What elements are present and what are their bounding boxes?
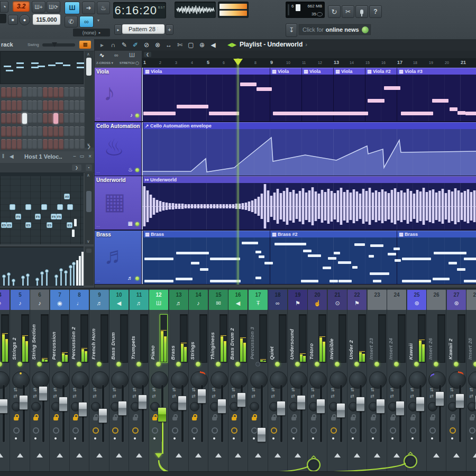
scroll-up-icon[interactable]: ∧	[87, 52, 90, 57]
chevron-down-icon[interactable]: ▾	[97, 18, 99, 23]
strip-header[interactable]: 25⊛	[407, 290, 426, 310]
plugin-lock-icon[interactable]	[252, 417, 257, 420]
pr-dot-button[interactable]: ▪	[86, 164, 92, 171]
route-to-master-icon[interactable]	[274, 453, 281, 457]
step-grid-toggle-button[interactable]: Ш	[65, 2, 80, 14]
step-cell[interactable]	[80, 126, 85, 137]
strip-enable-led[interactable]	[97, 362, 102, 367]
fader-handle[interactable]	[396, 401, 405, 416]
slip-icon[interactable]: ↔	[164, 40, 173, 50]
plugin-lock-icon[interactable]	[311, 417, 316, 420]
strip-header[interactable]: 24	[387, 290, 406, 310]
mixer-strip-8[interactable]: 8♩Percussion 2⇅⇄	[70, 289, 89, 476]
pan-knob[interactable]	[12, 371, 30, 389]
step-cell[interactable]	[1, 139, 6, 150]
playlist-title-group[interactable]: ◀▶ Playlist - Underworld ›	[227, 41, 307, 48]
fader-handle[interactable]	[376, 399, 385, 414]
pan-knob[interactable]	[171, 371, 188, 389]
step-cell[interactable]	[75, 126, 79, 137]
mixer-strip-11[interactable]: 11♬Trumpets⇅⇄	[130, 289, 149, 476]
step-cell[interactable]	[32, 139, 37, 150]
pan-knob[interactable]	[71, 371, 89, 389]
mixer-strip-20[interactable]: 20☝Totoro⇅⇄	[308, 289, 327, 476]
fader-handle[interactable]	[98, 408, 107, 423]
step-cell[interactable]	[6, 100, 11, 111]
stereo-sep-icon[interactable]: ⇅	[388, 387, 396, 392]
step-cell[interactable]	[43, 126, 48, 137]
fader-track[interactable]	[360, 385, 362, 442]
step-cell[interactable]	[17, 113, 22, 124]
pan-lr-icon[interactable]: ⇄	[209, 393, 218, 399]
mixer-strip-5[interactable]: 5♪Strings 2⇅⇄	[11, 289, 30, 476]
strip-header[interactable]: 4♪	[0, 290, 10, 310]
step-cell[interactable]	[1, 126, 6, 137]
step-cell[interactable]	[38, 126, 42, 137]
record-ring-icon[interactable]	[152, 427, 158, 434]
plugin-lock-icon[interactable]	[331, 417, 336, 420]
pr-note[interactable]	[67, 204, 73, 210]
pan-lr-icon[interactable]: ⇄	[408, 393, 416, 399]
step-cell[interactable]	[22, 139, 27, 150]
cpu-meter-panel[interactable]	[218, 2, 249, 18]
vel-dot-button[interactable]	[86, 249, 91, 253]
record-ring-icon[interactable]	[33, 427, 39, 434]
slice-icon[interactable]: ✄	[175, 40, 185, 50]
pan-lr-icon[interactable]: ⇄	[170, 393, 178, 399]
step-cell[interactable]	[38, 100, 42, 111]
stereo-sep-icon[interactable]: ⇅	[308, 387, 317, 392]
plugin-lock-icon[interactable]	[53, 417, 58, 420]
pan-lr-icon[interactable]: ⇄	[130, 393, 139, 399]
strip-header[interactable]: 22⚑	[347, 290, 367, 310]
plugin-lock-icon[interactable]	[232, 417, 236, 420]
select-icon[interactable]: ▢	[186, 40, 196, 50]
mixer-strip-10[interactable]: 10◀Bass Drum⇅⇄	[109, 289, 129, 476]
pr-note-highlight[interactable]	[72, 230, 75, 237]
fader-track[interactable]	[419, 385, 422, 442]
velocity-lollipop[interactable]	[7, 272, 11, 276]
step-cell[interactable]	[22, 87, 27, 98]
fader-handle[interactable]	[138, 395, 147, 409]
step-cell[interactable]	[48, 139, 53, 150]
stereo-sep-icon[interactable]: ⇅	[368, 387, 377, 392]
channel-rack-titlebar[interactable]: rack Swing ▥	[0, 39, 94, 51]
velocity-lollipop[interactable]	[40, 271, 44, 275]
track-clip-area[interactable]: ↦ Underworld	[142, 176, 476, 230]
fader-track[interactable]	[320, 385, 322, 442]
step-cell[interactable]	[59, 126, 63, 137]
zcross-label[interactable]: Z-CROSS ▾	[96, 61, 113, 65]
step-cell[interactable]	[22, 126, 27, 137]
fader-handle[interactable]	[435, 391, 444, 406]
next-arrow-button[interactable]: ➜	[82, 2, 95, 14]
record-ring-icon[interactable]	[132, 427, 139, 434]
rack-mode-button[interactable]: ▥	[79, 41, 91, 49]
fader-handle[interactable]	[257, 427, 266, 442]
step-cell[interactable]	[6, 87, 11, 98]
pan-knob[interactable]	[151, 371, 168, 389]
strip-header[interactable]: 20☝	[308, 290, 327, 310]
strip-header[interactable]: 12Ш	[149, 290, 168, 310]
pan-lr-icon[interactable]: ⇄	[90, 393, 99, 399]
record-ring-icon[interactable]	[112, 427, 118, 434]
plugin-lock-icon[interactable]	[152, 417, 157, 420]
mixer-strip-12[interactable]: 12ШPiano⇅⇄	[149, 289, 169, 476]
fader-handle[interactable]	[0, 399, 8, 414]
route-to-master-icon[interactable]	[354, 453, 360, 457]
pan-lr-icon[interactable]: ⇄	[70, 393, 79, 399]
strip-header[interactable]: 10◀	[109, 290, 129, 310]
pr-note[interactable]: F5	[35, 214, 41, 219]
fader-handle[interactable]	[158, 407, 167, 422]
stereo-sep-icon[interactable]: ⇅	[11, 387, 20, 392]
mixer-strip-18[interactable]: 18∞Quiet⇅⇄	[268, 289, 288, 476]
swing-slider-handle[interactable]	[52, 42, 57, 47]
step-cell[interactable]	[43, 87, 48, 98]
pan-knob[interactable]	[329, 371, 347, 389]
strip-header[interactable]: 6♪	[30, 290, 49, 310]
step-cell[interactable]	[32, 113, 37, 124]
pan-knob[interactable]	[409, 371, 426, 389]
route-to-master-icon[interactable]	[295, 453, 301, 457]
pr-note[interactable]: F5	[56, 214, 62, 219]
strip-enable-led[interactable]	[176, 362, 181, 367]
collapse-arrow-icon[interactable]: ❮	[144, 52, 151, 57]
strip-enable-led[interactable]	[17, 362, 22, 367]
swing-slider[interactable]	[42, 43, 75, 47]
